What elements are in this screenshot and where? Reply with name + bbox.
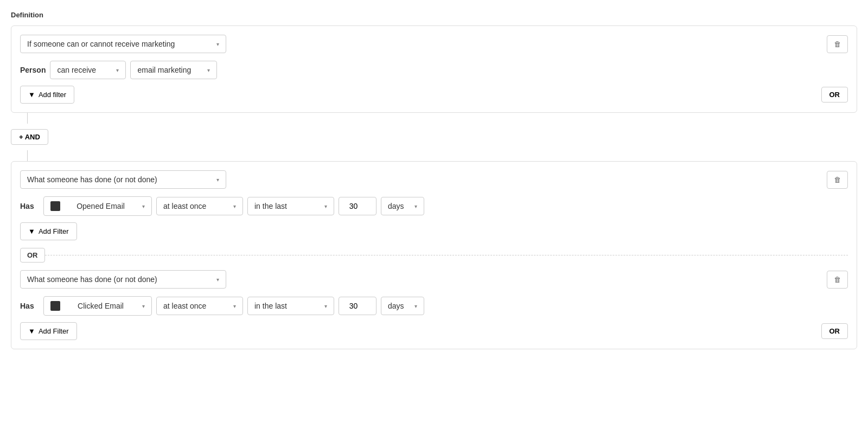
filter-icon-1: ▼ [28, 91, 35, 99]
person-row: Person can receive ▾ email marketing ▾ [20, 61, 848, 79]
days-select-1[interactable]: days ▾ [381, 197, 424, 215]
condition-type-value-1: If someone can or cannot receive marketi… [27, 40, 175, 48]
filter-icon-2: ▼ [28, 227, 35, 235]
add-filter-button-3[interactable]: ▼ Add Filter [20, 322, 77, 340]
chevron-down-icon-person2: ▾ [207, 67, 210, 73]
connector-line-2 [27, 150, 28, 161]
event-select-2[interactable]: Clicked Email ▾ [43, 296, 152, 316]
block2-bottom-row: ▼ Add Filter OR [20, 322, 848, 340]
chevron-down-icon-event1: ▾ [142, 203, 145, 209]
timeframe-select-1[interactable]: in the last ▾ [247, 197, 334, 215]
chevron-down-icon-freq1: ▾ [233, 203, 236, 209]
has-row-1: Has Opened Email ▾ at least once ▾ in th… [20, 196, 848, 216]
number-input-2[interactable] [339, 297, 376, 315]
trash-icon-2b: 🗑 [834, 276, 841, 284]
person-condition-select[interactable]: can receive ▾ [50, 61, 126, 79]
event-value-1: Opened Email [76, 202, 125, 210]
frequency-value-1: at least once [163, 202, 206, 210]
block1-bottom-row: ▼ Add filter OR [20, 86, 848, 104]
frequency-select-2[interactable]: at least once ▾ [156, 297, 243, 315]
definition-title: Definition [11, 11, 857, 19]
condition-header-2b: What someone has done (or not done) ▾ 🗑 [20, 270, 848, 289]
person-marketing-value: email marketing [137, 66, 191, 74]
has-label-2: Has [20, 302, 39, 310]
add-filter-label-3: Add Filter [39, 327, 69, 335]
condition-header-2: What someone has done (or not done) ▾ 🗑 [20, 170, 848, 189]
chevron-down-icon-time2: ▾ [324, 303, 327, 309]
condition-block-2: What someone has done (or not done) ▾ 🗑 … [11, 161, 857, 349]
chevron-down-icon-2: ▾ [216, 177, 219, 183]
add-filter-row-1: ▼ Add Filter [20, 222, 848, 240]
chevron-down-icon-freq2: ▾ [233, 303, 236, 309]
trash-icon-2a: 🗑 [834, 176, 841, 184]
event-icon-2 [50, 301, 60, 311]
event-value-2: Clicked Email [78, 302, 124, 310]
or-divider: OR [20, 248, 848, 263]
or-divider-line [45, 255, 848, 255]
chevron-down-icon-time1: ▾ [324, 203, 327, 209]
person-label: Person [20, 66, 46, 74]
connector-line-1 [27, 113, 28, 124]
or-label-1: OR [829, 91, 840, 99]
filter-icon-3: ▼ [28, 327, 35, 335]
add-filter-button-2[interactable]: ▼ Add Filter [20, 222, 77, 240]
timeframe-select-2[interactable]: in the last ▾ [247, 297, 334, 315]
and-label: + AND [19, 133, 40, 141]
event-icon-1 [50, 201, 60, 211]
condition-header-left-2b: What someone has done (or not done) ▾ [20, 270, 226, 289]
or-label-2: OR [829, 327, 840, 335]
condition-header-left-2: What someone has done (or not done) ▾ [20, 170, 226, 189]
timeframe-value-2: in the last [254, 302, 287, 310]
chevron-down-icon-1: ▾ [216, 41, 219, 47]
event-select-1[interactable]: Opened Email ▾ [43, 196, 152, 216]
condition-type-select-2b[interactable]: What someone has done (or not done) ▾ [20, 270, 226, 289]
condition-type-select-2[interactable]: What someone has done (or not done) ▾ [20, 170, 226, 189]
or-button-2[interactable]: OR [821, 323, 848, 339]
chevron-down-icon-2b: ▾ [216, 277, 219, 283]
chevron-down-icon-person1: ▾ [116, 67, 119, 73]
frequency-select-1[interactable]: at least once ▾ [156, 197, 243, 215]
condition-type-select-1[interactable]: If someone can or cannot receive marketi… [20, 35, 226, 53]
condition-type-value-2b: What someone has done (or not done) [27, 275, 157, 284]
has-label-1: Has [20, 202, 39, 210]
chevron-down-icon-days1: ▾ [414, 203, 417, 209]
or-button-1[interactable]: OR [821, 87, 848, 103]
chevron-down-icon-days2: ▾ [414, 303, 417, 309]
frequency-value-2: at least once [163, 302, 206, 310]
definition-section: Definition If someone can or cannot rece… [11, 11, 857, 349]
delete-block-2a-button[interactable]: 🗑 [827, 171, 848, 189]
condition-block-1: If someone can or cannot receive marketi… [11, 25, 857, 113]
condition-type-value-2: What someone has done (or not done) [27, 175, 157, 184]
number-input-1[interactable] [339, 197, 376, 215]
days-value-1: days [388, 202, 404, 210]
condition-header-1: If someone can or cannot receive marketi… [20, 35, 848, 53]
person-marketing-select[interactable]: email marketing ▾ [130, 61, 217, 79]
delete-block-1-button[interactable]: 🗑 [827, 35, 848, 53]
add-filter-label-1: Add filter [39, 91, 66, 99]
add-filter-label-2: Add Filter [39, 227, 69, 235]
condition-header-left-1: If someone can or cannot receive marketi… [20, 35, 226, 53]
days-select-2[interactable]: days ▾ [381, 297, 424, 315]
trash-icon-1: 🗑 [834, 40, 841, 48]
add-filter-button-1[interactable]: ▼ Add filter [20, 86, 74, 104]
or-separator-label: OR [20, 248, 45, 263]
delete-block-2b-button[interactable]: 🗑 [827, 271, 848, 289]
person-condition-value: can receive [57, 66, 96, 74]
chevron-down-icon-event2: ▾ [142, 303, 145, 309]
has-row-2: Has Clicked Email ▾ at least once ▾ in t… [20, 296, 848, 316]
and-button[interactable]: + AND [11, 129, 48, 145]
timeframe-value-1: in the last [254, 202, 287, 210]
days-value-2: days [388, 302, 404, 310]
